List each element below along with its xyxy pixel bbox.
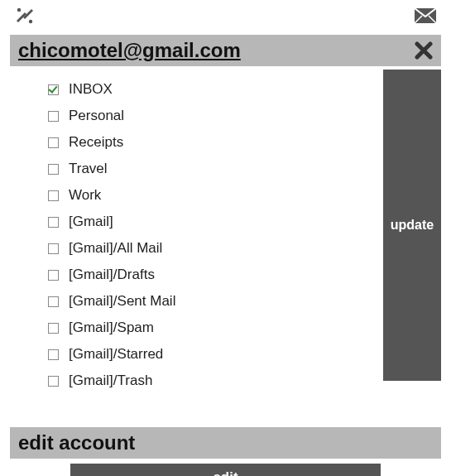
edit-button-label: edit <box>213 469 237 476</box>
mail-icon[interactable] <box>415 8 436 23</box>
folder-checkbox[interactable] <box>48 376 59 387</box>
folder-checkbox[interactable] <box>48 323 59 334</box>
svg-point-0 <box>17 8 21 12</box>
svg-point-1 <box>29 20 32 23</box>
folder-checkbox[interactable] <box>48 84 59 95</box>
folder-checkbox[interactable] <box>48 137 59 148</box>
folder-checkbox[interactable] <box>48 296 59 307</box>
folder-item[interactable]: INBOX <box>48 76 383 103</box>
folder-label: Receipts <box>69 134 123 151</box>
tools-icon[interactable] <box>15 6 35 26</box>
folder-label: Travel <box>69 161 108 177</box>
top-toolbar <box>0 0 451 28</box>
folder-label: [Gmail]/Starred <box>69 346 163 363</box>
folder-item[interactable]: Personal <box>48 103 383 129</box>
folder-checkbox[interactable] <box>48 111 59 122</box>
folder-checkbox[interactable] <box>48 190 59 201</box>
folder-checkbox[interactable] <box>48 349 59 360</box>
account-email: chicomotel@gmail.com <box>18 39 241 62</box>
folder-label: [Gmail]/All Mail <box>69 240 162 257</box>
folder-checkbox[interactable] <box>48 164 59 175</box>
folder-item[interactable]: Receipts <box>48 129 383 156</box>
folder-label: [Gmail]/Spam <box>69 320 154 336</box>
close-icon[interactable] <box>415 41 433 60</box>
folder-label: [Gmail]/Trash <box>69 373 152 389</box>
folder-item[interactable]: Travel <box>48 156 383 182</box>
folder-selection-row: INBOXPersonalReceiptsTravelWork[Gmail][G… <box>10 70 441 401</box>
folder-item[interactable]: [Gmail]/Trash <box>48 368 383 394</box>
edit-button-row: edit <box>10 464 441 476</box>
folder-label: Personal <box>69 108 124 124</box>
edit-account-title: edit account <box>18 431 135 454</box>
folder-checkbox[interactable] <box>48 243 59 254</box>
folder-checkbox[interactable] <box>48 217 59 228</box>
folder-label: [Gmail]/Drafts <box>69 267 155 283</box>
folder-label: INBOX <box>69 81 113 98</box>
update-button[interactable]: update <box>383 70 441 381</box>
folder-item[interactable]: [Gmail] <box>48 209 383 235</box>
folder-item[interactable]: Work <box>48 182 383 209</box>
folder-label: Work <box>69 187 101 204</box>
folder-item[interactable]: [Gmail]/Spam <box>48 315 383 341</box>
account-header: chicomotel@gmail.com <box>10 35 441 66</box>
folder-item[interactable]: [Gmail]/All Mail <box>48 235 383 262</box>
edit-account-header: edit account <box>10 427 441 459</box>
update-button-label: update <box>391 218 434 233</box>
folder-label: [Gmail] <box>69 214 113 230</box>
folder-item[interactable]: [Gmail]/Sent Mail <box>48 288 383 315</box>
edit-button[interactable]: edit <box>70 464 381 476</box>
folder-item[interactable]: [Gmail]/Starred <box>48 341 383 368</box>
folder-label: [Gmail]/Sent Mail <box>69 293 175 310</box>
folder-list: INBOXPersonalReceiptsTravelWork[Gmail][G… <box>10 70 383 401</box>
folder-item[interactable]: [Gmail]/Drafts <box>48 262 383 288</box>
folder-checkbox[interactable] <box>48 270 59 281</box>
